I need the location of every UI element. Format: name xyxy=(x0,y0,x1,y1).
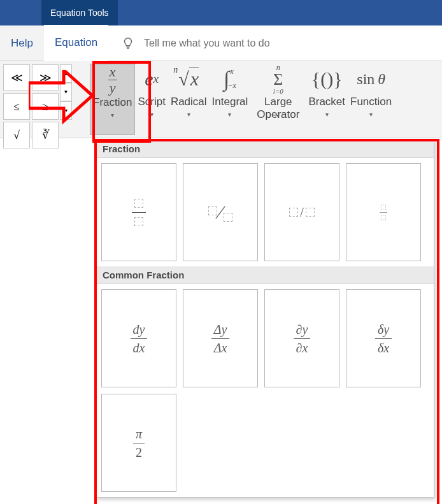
fraction-linear[interactable]: / xyxy=(264,163,339,261)
bracket-icon: {()} xyxy=(311,64,343,94)
integral-icon: ∫x−x xyxy=(224,64,236,94)
bracket-button[interactable]: {()} Bracket ▾ xyxy=(306,64,348,134)
fraction-small[interactable] xyxy=(346,163,421,261)
function-icon: sin θ xyxy=(357,64,385,94)
lightbulb-icon xyxy=(121,36,135,50)
fraction-skewed[interactable]: ⁄ xyxy=(183,163,258,261)
symbol-scroll-up[interactable]: ▲ xyxy=(60,64,72,83)
fraction-stacked[interactable] xyxy=(101,163,176,261)
symbol-scroll-down[interactable]: ▼ xyxy=(60,83,72,101)
symbol-greater-equal[interactable]: ≥ xyxy=(32,93,59,120)
bracket-label: Bracket xyxy=(308,96,345,108)
tell-me-search[interactable]: Tell me what you want to do xyxy=(121,36,269,50)
chevron-down-icon: ▾ xyxy=(276,112,280,119)
fraction-label: Fraction xyxy=(93,96,132,109)
chevron-down-icon: ▾ xyxy=(325,111,329,118)
radical-label: Radical xyxy=(171,96,207,108)
chevron-down-icon: ▾ xyxy=(228,111,231,118)
tab-equation[interactable]: Equation xyxy=(44,25,108,61)
radical-icon: n√x xyxy=(178,64,199,94)
common-pi-over-2[interactable]: π2 xyxy=(101,394,176,492)
chevron-down-icon: ▾ xyxy=(111,112,114,119)
title-bar: Equation Tools xyxy=(0,0,442,25)
symbol-group: ≪ ≤ √ ≫ ≥ ∛ ▲ ▼ ▾ xyxy=(0,61,72,138)
symbol-sqrt[interactable]: √ xyxy=(3,122,30,148)
equation-tools-tab: Equation Tools xyxy=(41,0,118,25)
common-smalldeltay-smalldeltax[interactable]: δyδx xyxy=(346,289,421,387)
script-icon: ex xyxy=(145,64,159,94)
chevron-down-icon: ▾ xyxy=(369,111,373,118)
dropdown-section-fraction: Fraction xyxy=(96,140,434,158)
symbol-much-greater[interactable]: ≫ xyxy=(32,64,59,91)
sigma-icon: n Σ i=0 xyxy=(273,64,283,94)
tab-help[interactable]: Help xyxy=(0,25,44,61)
common-partialy-partialx[interactable]: ∂y∂x xyxy=(264,289,339,387)
function-button[interactable]: sin θ Function ▾ xyxy=(348,64,394,134)
fraction-icon: x y xyxy=(108,64,117,95)
fraction-button[interactable]: x y Fraction ▾ xyxy=(90,64,135,135)
fraction-dropdown: Fraction ⁄ / Common Fraction dydx ΔyΔx ∂… xyxy=(96,140,434,498)
radical-button[interactable]: n√x Radical ▾ xyxy=(168,64,210,134)
script-button[interactable]: ex Script ▾ xyxy=(135,64,168,134)
structures-group: x y Fraction ▾ ex Script ▾ n√x Radical ▾… xyxy=(90,61,394,138)
tell-me-placeholder: Tell me what you want to do xyxy=(144,38,269,49)
integral-label: Integral xyxy=(212,96,248,108)
function-label: Function xyxy=(350,96,392,108)
common-dy-dx[interactable]: dydx xyxy=(101,289,176,387)
ribbon: ≪ ≤ √ ≫ ≥ ∛ ▲ ▼ ▾ x y Fraction ▾ xyxy=(0,61,442,138)
symbol-more[interactable]: ▾ xyxy=(60,101,72,120)
symbol-less-equal[interactable]: ≤ xyxy=(3,93,30,120)
large-operator-button[interactable]: n Σ i=0 Large Operator ▾ xyxy=(250,64,306,134)
integral-button[interactable]: ∫x−x Integral ▾ xyxy=(210,64,251,134)
dropdown-section-common: Common Fraction xyxy=(96,266,434,284)
symbol-cbrt[interactable]: ∛ xyxy=(32,122,59,148)
common-deltay-deltax[interactable]: ΔyΔx xyxy=(183,289,258,387)
chevron-down-icon: ▾ xyxy=(187,111,190,118)
chevron-down-icon: ▾ xyxy=(150,111,153,118)
ribbon-tabs: Help Equation Tell me what you want to d… xyxy=(0,25,442,61)
script-label: Script xyxy=(138,96,165,108)
symbol-much-less[interactable]: ≪ xyxy=(3,64,30,91)
